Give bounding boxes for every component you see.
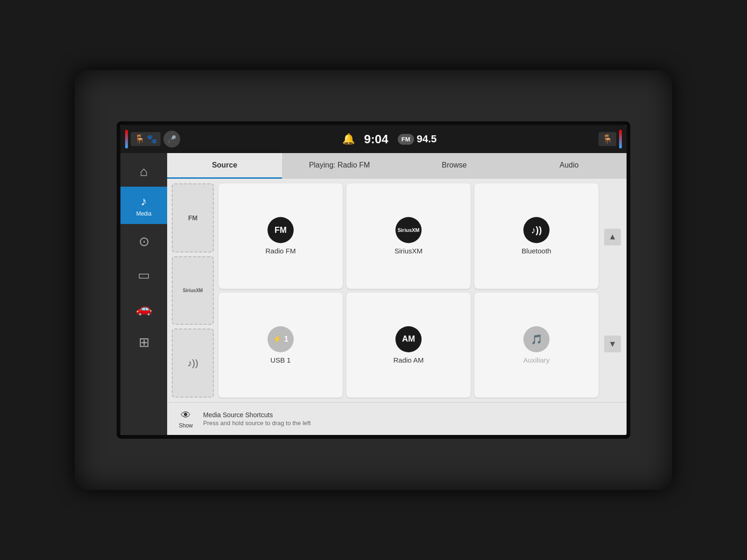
hint-text: Media Source Shortcuts Press and hold so… [203,411,311,427]
source-grid-wrapper: FM Radio FM SiriusXM SiriusXM [218,183,622,398]
tab-playing[interactable]: Playing: Radio FM [282,153,397,179]
temp-bar-left [125,130,128,148]
radio-fm-icon: FM [268,217,294,243]
source-tile-auxiliary[interactable]: 🎵 Auxiliary [474,293,599,398]
seat-icon-left: 🪑 [134,134,145,144]
fm-shortcut-icon: FM [188,214,197,222]
shortcut-fm[interactable]: FM [172,183,214,252]
source-tile-usb1[interactable]: ⚡ 1 USB 1 [218,293,343,398]
shortcut-siriusxm[interactable]: SiriusXM [172,256,214,325]
show-label: Show [179,422,193,429]
status-bar: 🪑 🐾 🎤 🔔 9:04 FM 94.5 [120,125,627,153]
main-content: ⌂ ♪ Media ⊙ ▭ 🚗 ⊞ [120,153,627,435]
status-bar-left: 🪑 🐾 🎤 [125,130,180,148]
screen-bezel: 🪑 🐾 🎤 🔔 9:04 FM 94.5 [117,121,630,439]
source-tile-radio-fm[interactable]: FM Radio FM [218,183,343,289]
bottom-hint: 👁 Show Media Source Shortcuts Press and … [167,402,627,435]
tab-source[interactable]: Source [167,153,282,179]
mobile-icon: ▭ [138,267,150,283]
shortcuts-column: FM SiriusXM ♪)) [172,183,214,398]
siriusxm-icon: SiriusXM [395,217,422,243]
sidebar-item-mobile[interactable]: ▭ [120,259,167,291]
temp-bar-right [619,130,622,148]
show-button[interactable]: 👁 Show [174,407,197,431]
usb-icon: ⚡ 1 [268,326,294,352]
tab-audio[interactable]: Audio [512,153,627,179]
bluetooth-shortcut-icon: ♪)) [187,358,198,369]
shortcut-bluetooth[interactable]: ♪)) [172,329,214,398]
apps-grid-icon: ⊞ [139,335,149,350]
home-icon: ⌂ [140,164,148,179]
source-tile-bluetooth[interactable]: ♪)) Bluetooth [474,183,599,289]
tab-bar: Source Playing: Radio FM Browse Audio [167,153,627,179]
sidebar-item-media[interactable]: ♪ Media [120,187,167,224]
radio-am-icon: AM [395,326,422,352]
seat-controls-right[interactable]: 🪑 [599,132,616,146]
sidebar-item-vehicle[interactable]: 🚗 [120,292,167,325]
status-center: 🔔 9:04 FM 94.5 [184,132,595,147]
seat-controls-left[interactable]: 🪑 🐾 [131,132,161,146]
bluetooth-label: Bluetooth [521,247,551,255]
tab-browse[interactable]: Browse [397,153,512,179]
tab-playing-label: Playing: Radio FM [309,161,370,169]
screen: 🪑 🐾 🎤 🔔 9:04 FM 94.5 [120,125,627,435]
siriusxm-label: SiriusXM [395,247,423,255]
seat-heat-icon: 🐾 [147,134,157,144]
sidebar-item-apps[interactable]: ⊞ [120,326,167,358]
status-bar-right: 🪑 [599,130,622,148]
sidebar-item-home[interactable]: ⌂ [120,158,167,186]
hint-line2: Press and hold source to drag to the lef… [203,420,311,427]
station-frequency: 94.5 [417,133,437,145]
microphone-icon: 🎤 [167,135,176,144]
person-icon: ⊙ [139,234,149,249]
eye-icon: 👁 [181,409,191,421]
car-frame: 🪑 🐾 🎤 🔔 9:04 FM 94.5 [75,70,672,490]
auxiliary-label: Auxiliary [523,356,550,364]
usb1-label: USB 1 [270,356,290,364]
radio-mode-badge: FM [398,134,414,145]
source-area: FM SiriusXM ♪)) [167,179,627,402]
hint-line1: Media Source Shortcuts [203,411,311,419]
tab-browse-label: Browse [442,161,466,169]
source-grid: FM Radio FM SiriusXM SiriusXM [218,183,599,398]
scroll-down-button[interactable]: ▼ [604,336,621,352]
tab-audio-label: Audio [560,161,579,169]
music-icon: ♪ [141,194,147,209]
seat-icon-right: 🪑 [602,134,613,144]
siriusxm-shortcut-icon: SiriusXM [183,288,203,293]
tab-source-label: Source [212,161,237,169]
aux-icon: 🎵 [523,326,550,352]
bluetooth-icon: ♪)) [523,217,550,243]
sidebar-item-phone[interactable]: ⊙ [120,225,167,258]
bell-icon[interactable]: 🔔 [342,133,355,145]
menu-button[interactable]: 🎤 [163,131,180,147]
radio-badge: FM 94.5 [398,133,437,145]
sidebar: ⌂ ♪ Media ⊙ ▭ 🚗 ⊞ [120,153,167,435]
time-display: 9:04 [364,132,388,147]
radio-fm-label: Radio FM [265,247,296,255]
radio-am-label: Radio AM [393,356,423,364]
source-tile-siriusxm[interactable]: SiriusXM SiriusXM [346,183,471,289]
sidebar-item-media-label: Media [136,210,152,217]
content-panel: Source Playing: Radio FM Browse Audio [167,153,627,435]
source-tile-radio-am[interactable]: AM Radio AM [346,293,471,398]
scroll-arrows: ▲ ▼ [603,183,622,398]
scroll-up-button[interactable]: ▲ [604,229,621,245]
vehicle-icon: 🚗 [136,301,152,316]
